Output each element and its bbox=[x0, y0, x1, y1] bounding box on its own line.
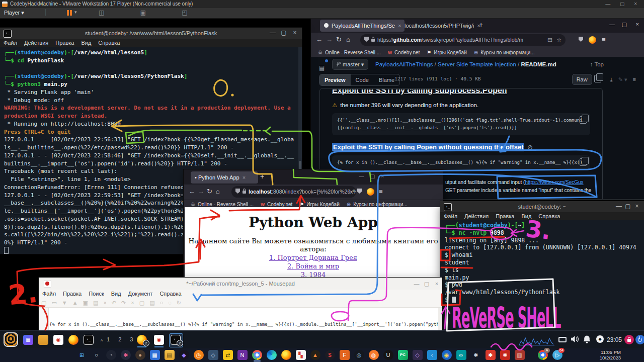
breadcrumb-repo[interactable]: PayloadsAllTheThings bbox=[375, 61, 433, 67]
tab-localhost-phptwig[interactable]: localhost/lesson5/PHPTwig/i× bbox=[400, 20, 483, 32]
reload-icon[interactable]: ↻ bbox=[207, 188, 212, 195]
download-icon[interactable]: ⤓ bbox=[610, 76, 613, 83]
forward-icon[interactable]: → bbox=[326, 36, 333, 43]
file-manager-icon[interactable] bbox=[38, 335, 48, 345]
minimize-button[interactable]: — bbox=[609, 21, 615, 27]
title-bar[interactable]: ›_ student@codeby: ~ — ▢ × bbox=[440, 201, 644, 212]
url-bar[interactable]: localhost:8080/index?book={%%20for%20x% … bbox=[231, 186, 356, 198]
bookmark-star-icon[interactable]: ☆ bbox=[557, 34, 561, 46]
menu-item[interactable]: Файл bbox=[440, 212, 461, 220]
mousepad-running-icon[interactable]: ◉ bbox=[154, 335, 164, 345]
firefox-account-icon[interactable] bbox=[589, 36, 596, 45]
tracking-shield-icon[interactable] bbox=[235, 189, 240, 194]
menu-item[interactable]: Справка bbox=[156, 290, 185, 298]
reader-view-icon[interactable]: ▤ bbox=[547, 34, 552, 46]
book-link[interactable]: 1. Портрет Дориана Грея bbox=[185, 254, 442, 261]
host-clock[interactable]: 11:05 PM 10/2/2023 bbox=[600, 349, 621, 360]
host-taskbar-icon[interactable]: ◉ bbox=[442, 350, 452, 360]
toolbar-icon[interactable]: ▭ bbox=[49, 300, 59, 306]
toolbar-icon[interactable]: ▲ bbox=[70, 300, 80, 306]
menu-item[interactable]: Вид bbox=[77, 39, 95, 47]
host-taskbar-icon[interactable]: ◔ bbox=[106, 350, 116, 360]
host-taskbar-icon[interactable] bbox=[252, 350, 262, 360]
menu-item[interactable]: Правка bbox=[59, 290, 85, 298]
host-taskbar-icon[interactable]: F bbox=[340, 350, 350, 360]
host-taskbar-icon[interactable] bbox=[281, 350, 291, 360]
minimize-button[interactable]: — bbox=[359, 173, 364, 179]
title-bar[interactable]: ›_ student@codeby: /var/www/html/lesson5… bbox=[0, 28, 302, 39]
editor-area[interactable]: 1 {% for x in ().__class__.__base__.__su… bbox=[39, 308, 438, 331]
back-to-top-link[interactable]: ↑ Top bbox=[590, 57, 604, 72]
display-icon[interactable] bbox=[558, 337, 567, 342]
raw-button[interactable]: Raw bbox=[572, 74, 592, 85]
vmware-window-controls[interactable]: — ▢ × bbox=[605, 0, 641, 8]
menu-item[interactable]: Справка bbox=[95, 39, 123, 47]
bookmark-item[interactable]: ⊕Курсы по информаци... bbox=[474, 48, 535, 57]
app-menu-icon[interactable]: ▦ bbox=[23, 335, 33, 345]
title-bar[interactable]: *~/Рабочий стол/tmp_lesson_5 - Mousepad … bbox=[39, 278, 442, 290]
toolbar-icon[interactable]: ↻ bbox=[174, 300, 184, 306]
mousepad-launcher-icon[interactable]: ◉ bbox=[53, 335, 63, 345]
menu-item[interactable]: Справка bbox=[535, 212, 564, 220]
extension-shield-icon[interactable] bbox=[579, 36, 586, 43]
host-taskbar-icon[interactable]: ▤ bbox=[165, 350, 175, 360]
new-tab-button[interactable]: + bbox=[479, 21, 483, 29]
toolbar-icon[interactable]: ▢ bbox=[137, 300, 147, 306]
copy-icon[interactable] bbox=[598, 74, 605, 82]
terminal-launcher-icon[interactable]: ›_ bbox=[84, 335, 94, 345]
host-taskbar-icon[interactable]: ◍ bbox=[369, 350, 379, 360]
host-taskbar-icon[interactable]: A bbox=[538, 350, 548, 360]
host-taskbar-icon[interactable]: ▷64 bbox=[552, 350, 562, 360]
host-taskbar-icon[interactable]: ◇ bbox=[413, 350, 423, 360]
terminal-output[interactable]: ┌──(student@codeby)-[~] └─$ nc -nvlp 989… bbox=[440, 220, 644, 331]
file-tree-icon[interactable]: ▤ bbox=[319, 60, 327, 68]
pause-vm-icon[interactable] bbox=[67, 10, 69, 16]
vm-clock[interactable]: 23:05 bbox=[607, 336, 622, 343]
forward-icon[interactable]: → bbox=[198, 188, 204, 195]
toolbar-icon[interactable]: ▢ bbox=[39, 300, 49, 306]
notification-bell-icon[interactable] bbox=[583, 335, 591, 346]
maximize-button[interactable]: ▢ bbox=[622, 21, 627, 28]
maximize-button[interactable]: ▢ bbox=[279, 28, 289, 39]
firefox-account-icon[interactable] bbox=[367, 188, 374, 197]
vmware-title-bar[interactable]: CodebyHackMachine - VMware Workstation 1… bbox=[0, 0, 644, 8]
reload-icon[interactable]: ↻ bbox=[336, 36, 342, 43]
pause-dropdown-caret[interactable]: ▾ bbox=[74, 10, 77, 15]
outline-icon[interactable]: ≡ bbox=[633, 76, 636, 82]
toolbar-icon[interactable]: ↶ bbox=[109, 300, 119, 306]
copy-code-icon[interactable] bbox=[580, 158, 587, 166]
menu-item[interactable]: Вид bbox=[518, 212, 535, 220]
host-taskbar-icon[interactable]: ▚ bbox=[296, 350, 306, 360]
toolbar-icon[interactable]: × bbox=[128, 300, 136, 306]
firefox-launcher-icon[interactable] bbox=[68, 335, 78, 345]
menu-item[interactable]: Правка bbox=[492, 212, 518, 220]
menu-item[interactable]: Действия bbox=[461, 212, 492, 220]
extension-shield-icon[interactable] bbox=[357, 188, 364, 195]
power-icon[interactable] bbox=[635, 335, 644, 344]
new-tab-button[interactable]: + bbox=[260, 172, 264, 180]
toolbar-icon[interactable]: × bbox=[101, 300, 109, 306]
host-taskbar-icon[interactable]: ◆ bbox=[179, 350, 189, 360]
menu-item[interactable]: Поиск bbox=[85, 290, 107, 298]
editor-text[interactable]: {% for x in ().__class__.__base__.__subc… bbox=[49, 308, 438, 331]
branch-selector[interactable]: master ▾ bbox=[332, 59, 368, 70]
toolbar-icon[interactable]: ↷ bbox=[119, 300, 128, 306]
player-menu[interactable]: Player ▾ bbox=[4, 10, 24, 16]
distro-logo-icon[interactable] bbox=[4, 332, 18, 347]
anchor-link-icon[interactable]: ⊘ bbox=[526, 143, 534, 151]
back-icon[interactable]: ← bbox=[189, 188, 195, 195]
home-icon[interactable]: ⌂ bbox=[346, 36, 350, 43]
bookmark-star-icon[interactable]: ☆ bbox=[348, 186, 352, 198]
book-link[interactable]: 2. Война и мир bbox=[185, 262, 442, 270]
host-taskbar-icon[interactable]: ◇ bbox=[208, 350, 218, 360]
menu-item[interactable]: Действия bbox=[21, 39, 52, 47]
copy-code-icon[interactable] bbox=[580, 116, 587, 124]
close-button[interactable]: × bbox=[432, 278, 441, 290]
toolbar-icon[interactable]: ▤ bbox=[91, 300, 101, 306]
lock-screen-icon[interactable] bbox=[624, 335, 634, 344]
host-taskbar-icon[interactable]: U bbox=[383, 350, 393, 360]
host-taskbar-icon[interactable]: ∞ bbox=[456, 350, 466, 360]
menu-item[interactable]: Документ bbox=[125, 290, 156, 298]
twitter-link[interactable]: https://twitter.com/SecGus bbox=[525, 179, 583, 185]
home-icon[interactable]: ⌂ bbox=[216, 188, 220, 195]
